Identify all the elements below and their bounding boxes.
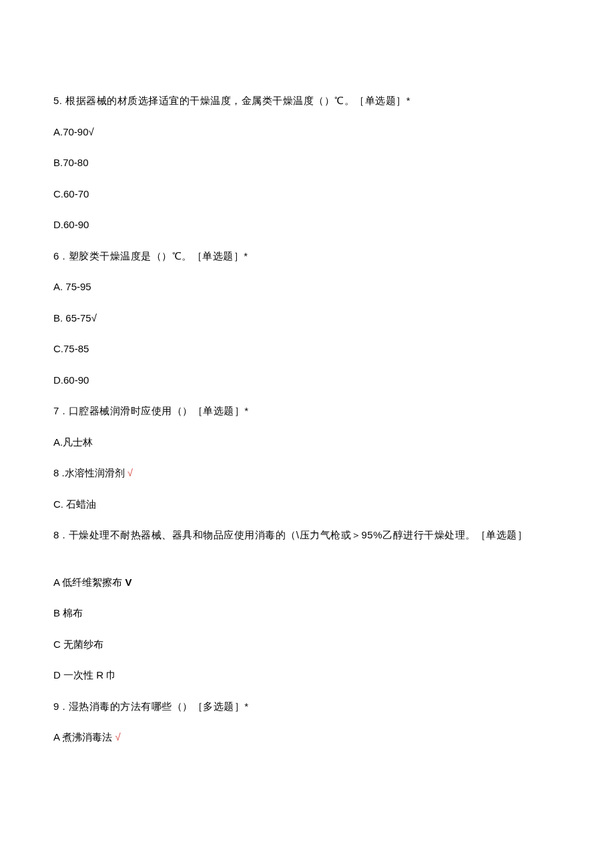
q6-option-d: D.60-90 <box>53 373 561 388</box>
q7-c-text: C. 石蜡油 <box>53 498 96 510</box>
q9-a-prefix: A 煮沸消毒法 <box>53 731 115 743</box>
q6-d-text: D.60-90 <box>53 374 89 386</box>
check-icon: V <box>125 576 132 588</box>
q5-c-text: C.60-70 <box>53 188 89 199</box>
check-icon: √ <box>127 467 133 478</box>
q8-option-b: B 棉布 <box>53 606 561 621</box>
q9-text: 9 . 湿热消毒的方法有哪些（）［多选题］* <box>53 699 561 715</box>
q5-d-text: D.60-90 <box>53 219 89 230</box>
question-7: 7 . 口腔器械润滑时应使用（）［单选题］* <box>53 404 561 419</box>
q8-c-text: C 无菌纱布 <box>53 638 103 650</box>
q5-b-text: B.70-80 <box>53 157 89 168</box>
q8-b-text: B 棉布 <box>53 607 83 618</box>
q7-b-prefix: 8 .水溶性润滑剂 <box>53 467 127 478</box>
question-8: 8 . 干燥处理不耐热器械、器具和物品应使用消毒的（\压力气枪或＞95%乙醇进行… <box>53 528 561 543</box>
question-9: 9 . 湿热消毒的方法有哪些（）［多选题］* <box>53 699 561 715</box>
q5-a-text: A.70-90√ <box>53 126 94 137</box>
q5-option-d: D.60-90 <box>53 218 561 233</box>
q7-option-b: 8 .水溶性润滑剂 √ <box>53 466 561 481</box>
q5-option-c: C.60-70 <box>53 187 561 202</box>
q5-option-b: B.70-80 <box>53 155 561 171</box>
q6-c-text: C.75-85 <box>53 343 89 354</box>
q8-option-d: D 一次性 R 巾 <box>53 668 561 683</box>
q7-a-text: A.凡士林 <box>53 436 93 448</box>
q5-option-a: A.70-90√ <box>53 125 561 140</box>
q6-text: 6 . 塑胶类干燥温度是（）℃。［单选题］* <box>53 249 561 264</box>
question-5: 5. 根据器械的材质选择适宜的干燥温度，金属类干燥温度（）℃。［单选题］* <box>53 93 561 109</box>
check-icon: √ <box>115 731 121 743</box>
q6-option-b: B. 65-75√ <box>53 311 561 326</box>
q6-a-text: A. 75-95 <box>53 281 91 292</box>
q8-d-text: D 一次性 R 巾 <box>53 669 116 681</box>
question-6: 6 . 塑胶类干燥温度是（）℃。［单选题］* <box>53 249 561 264</box>
q8-text: 8 . 干燥处理不耐热器械、器具和物品应使用消毒的（\压力气枪或＞95%乙醇进行… <box>53 528 561 543</box>
q7-option-c: C. 石蜡油 <box>53 497 561 512</box>
q6-option-c: C.75-85 <box>53 342 561 357</box>
q7-option-a: A.凡士林 <box>53 435 561 450</box>
q5-text: 5. 根据器械的材质选择适宜的干燥温度，金属类干燥温度（）℃。［单选题］* <box>53 93 561 109</box>
q7-text: 7 . 口腔器械润滑时应使用（）［单选题］* <box>53 404 561 419</box>
q6-b-text: B. 65-75√ <box>53 312 97 324</box>
q8-a-prefix: A 低纤维絮擦布 <box>53 576 125 588</box>
q6-option-a: A. 75-95 <box>53 280 561 295</box>
q8-option-a: A 低纤维絮擦布 V <box>53 575 561 590</box>
q9-option-a: A 煮沸消毒法 √ <box>53 730 561 745</box>
q8-option-c: C 无菌纱布 <box>53 637 561 653</box>
